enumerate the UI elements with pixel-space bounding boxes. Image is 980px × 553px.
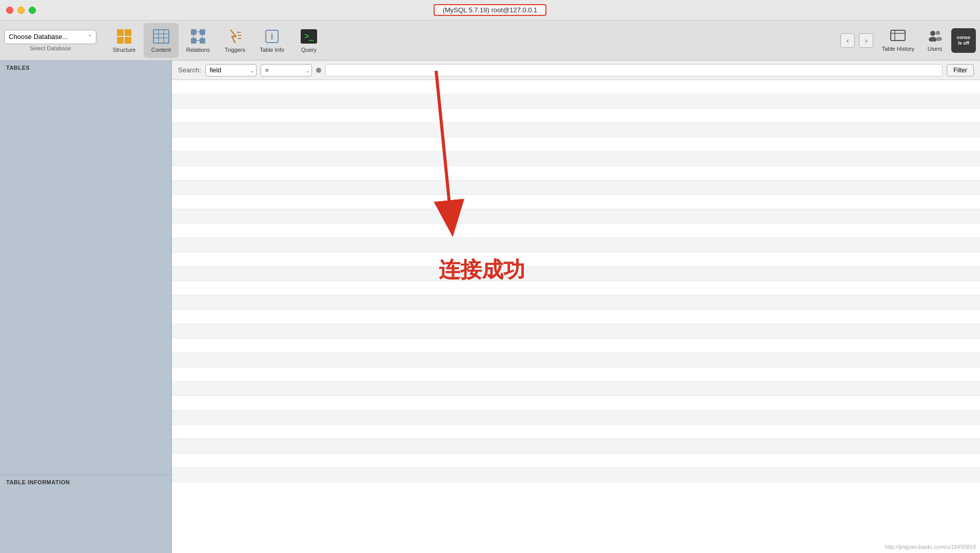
content-icon (153, 28, 169, 45)
svg-rect-22 (891, 30, 905, 41)
triggers-label: Triggers (225, 47, 245, 53)
relations-label: Relations (186, 47, 210, 53)
svg-point-27 (936, 31, 940, 35)
operator-select-wrapper: = (261, 64, 312, 76)
table-row[interactable] (172, 152, 980, 166)
structure-icon (116, 28, 132, 45)
sidebar: TABLES TABLE INFORMATION (0, 61, 172, 553)
table-row[interactable] (172, 267, 980, 281)
database-selector-wrapper: Choose Database... ⌃ Select Database (4, 30, 96, 51)
table-row[interactable] (172, 80, 980, 94)
users-label: Users (928, 46, 943, 52)
svg-rect-9 (191, 29, 197, 35)
search-label: Search: (178, 66, 201, 74)
table-row[interactable] (172, 281, 980, 295)
table-row[interactable] (172, 224, 980, 238)
database-selector[interactable]: Choose Database... ⌃ (4, 30, 96, 44)
svg-rect-3 (125, 37, 131, 44)
field-select-wrapper: field (205, 64, 257, 76)
svg-rect-4 (153, 30, 169, 43)
svg-point-26 (929, 37, 937, 42)
svg-rect-11 (191, 38, 197, 44)
back-button[interactable]: ‹ (840, 33, 855, 48)
svg-rect-2 (117, 37, 124, 44)
table-history-label: Table History (881, 46, 914, 52)
toolbar: Choose Database... ⌃ Select Database Str… (0, 21, 980, 61)
table-row[interactable] (172, 339, 980, 353)
query-icon: >_ (301, 28, 317, 45)
operator-select[interactable]: = (261, 64, 312, 76)
table-row[interactable] (172, 209, 980, 224)
table-row[interactable] (172, 468, 980, 482)
console-label: console off (957, 35, 971, 46)
table-row[interactable] (172, 195, 980, 209)
search-input[interactable] (325, 64, 943, 76)
table-row[interactable] (172, 252, 980, 267)
table-info-label: Table Info (260, 47, 284, 53)
table-row[interactable] (172, 396, 980, 410)
table-row[interactable] (172, 94, 980, 109)
tables-header: TABLES (0, 61, 171, 73)
terminal-icon: >_ (301, 29, 317, 44)
table-row[interactable] (172, 382, 980, 396)
table-row[interactable] (172, 166, 980, 181)
table-info-icon: i (264, 28, 280, 45)
structure-tab[interactable]: Structure (107, 23, 142, 58)
table-row[interactable] (172, 181, 980, 195)
table-row[interactable] (172, 123, 980, 137)
users-icon (927, 29, 943, 45)
triggers-icon (227, 28, 243, 45)
svg-rect-0 (117, 29, 124, 36)
toolbar-right: ‹ › Table History (840, 27, 976, 54)
table-row[interactable] (172, 410, 980, 425)
table-info-content (6, 487, 165, 549)
minimize-button[interactable] (17, 7, 25, 14)
tables-list[interactable] (0, 73, 171, 475)
table-row[interactable] (172, 367, 980, 382)
table-row[interactable] (172, 425, 980, 439)
filter-button[interactable]: Filter (947, 64, 974, 76)
table-history-button[interactable]: Table History (877, 27, 918, 54)
structure-label: Structure (113, 47, 136, 53)
query-label: Query (301, 47, 317, 53)
users-button[interactable]: Users (923, 27, 947, 54)
main-area: TABLES TABLE INFORMATION Search: field =… (0, 61, 980, 553)
table-row[interactable] (172, 238, 980, 252)
relations-tab[interactable]: Relations (181, 23, 215, 58)
svg-point-28 (936, 37, 942, 41)
table-info-header: TABLE INFORMATION (6, 479, 165, 485)
console-button[interactable]: console off (951, 28, 976, 53)
content-panel: Search: field = Filter (172, 61, 980, 553)
svg-rect-1 (125, 29, 131, 36)
back-icon: ‹ (847, 36, 849, 45)
table-row[interactable] (172, 324, 980, 339)
field-select[interactable]: field (205, 64, 257, 76)
table-history-icon (890, 29, 906, 45)
watermark: http://jingyan.baidu.com/u/19450816 (885, 544, 976, 550)
table-row[interactable] (172, 295, 980, 310)
svg-rect-10 (200, 29, 205, 35)
data-rows (172, 80, 980, 553)
table-row[interactable] (172, 453, 980, 468)
svg-text:i: i (270, 31, 273, 42)
maximize-button[interactable] (29, 7, 36, 14)
window-title: (MySQL 5.7.19) root@127.0.0.1 (434, 4, 547, 16)
chevron-icon: ⌃ (88, 34, 92, 40)
table-info-tab[interactable]: i Table Info (254, 23, 289, 58)
svg-rect-12 (200, 38, 205, 44)
forward-button[interactable]: › (859, 33, 873, 48)
query-tab[interactable]: >_ Query (291, 23, 326, 58)
traffic-lights (6, 7, 36, 14)
triggers-tab[interactable]: Triggers (218, 23, 252, 58)
table-row[interactable] (172, 137, 980, 152)
table-row[interactable] (172, 310, 980, 324)
table-row[interactable] (172, 439, 980, 453)
sidebar-bottom: TABLE INFORMATION (0, 475, 171, 553)
search-bar: Search: field = Filter (172, 61, 980, 80)
svg-point-25 (930, 31, 935, 36)
table-row[interactable] (172, 353, 980, 367)
close-button[interactable] (6, 7, 13, 14)
table-row[interactable] (172, 109, 980, 123)
content-tab[interactable]: Content (144, 23, 179, 58)
relations-icon (190, 28, 206, 45)
